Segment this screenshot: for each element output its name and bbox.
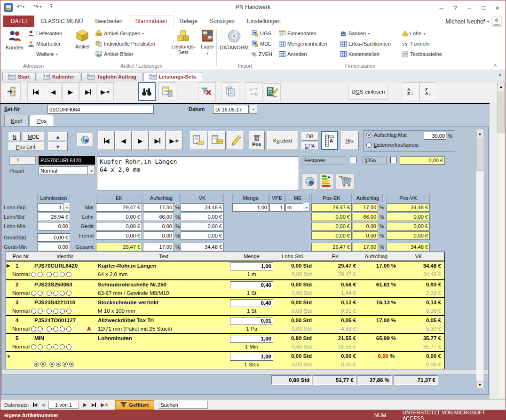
kostenstellen-button[interactable]: Kostenstellen: [340, 49, 399, 59]
ribbon-collapse-button[interactable]: ∧: [494, 63, 497, 68]
doc-tab-start[interactable]: Start: [2, 72, 36, 81]
weitere-button[interactable]: Weitere▾: [28, 49, 65, 59]
posart-radio[interactable]: [47, 309, 52, 314]
filtered-button[interactable]: Gefiltert: [115, 400, 154, 410]
textbausteine-button[interactable]: Textbausteine: [402, 49, 449, 59]
mitarbeiter-button[interactable]: Mitarbeiter: [28, 39, 65, 48]
vk-mat-field[interactable]: 34,48 €: [181, 203, 224, 212]
doc-tab-leistungs-sets[interactable]: Leistungs-Sets: [143, 72, 202, 81]
record-previous-button[interactable]: ◀: [41, 402, 45, 407]
posart-radio[interactable]: [38, 291, 43, 296]
pos-last-button[interactable]: ▶: [149, 131, 166, 150]
tab-classic-menu[interactable]: CLASSIC MENÜ: [34, 16, 89, 27]
posart-radio[interactable]: [56, 362, 61, 367]
posart-radio[interactable]: [31, 326, 36, 332]
listenverkaufspreis-radio[interactable]: Listenverkaufspreis: [366, 142, 419, 148]
doc-tab-taglohn-auftrag[interactable]: Taglohn Auftrag: [81, 72, 142, 81]
lohn-button[interactable]: Lohn▾: [402, 29, 449, 38]
posart-radio[interactable]: [47, 291, 52, 296]
panel-scrollbar[interactable]: ▲ ▼: [476, 129, 484, 389]
new-record-button[interactable]: ▶∗: [97, 82, 114, 101]
set-nr-input[interactable]: [47, 105, 154, 114]
db-button[interactable]: DB: [301, 132, 318, 141]
edit-pos-button[interactable]: [227, 131, 244, 150]
vk-lohn-field[interactable]: 0,00 €: [181, 213, 224, 221]
datasheet-view-button[interactable]: [158, 82, 176, 101]
aufschlag-geraet-field[interactable]: 0,00: [143, 222, 174, 230]
record-first-button[interactable]: ◀: [33, 402, 38, 407]
record-new-button[interactable]: ▶∗: [101, 402, 109, 408]
table-row[interactable]: 2 Normal PJS23S250063 Schraubrohrschelle…: [6, 279, 444, 297]
tab-belege[interactable]: Belege: [174, 16, 204, 27]
posart-radio[interactable]: [60, 291, 65, 296]
search-button[interactable]: [138, 82, 156, 101]
tab-datei[interactable]: DATEI: [3, 16, 34, 27]
previous-record-button[interactable]: ◀: [45, 82, 62, 101]
table-new-row[interactable]: ∗ 1,00 1 Stck 0,00 Std 0,00 Std 0,00 € 0…: [6, 351, 444, 369]
individuelle-preislisten-button[interactable]: Individuelle Preislisten: [95, 39, 170, 48]
mengeneinheiten-button[interactable]: Mengeneinheiten: [279, 39, 336, 48]
posart-radio[interactable]: [47, 326, 52, 332]
lohn-min-field[interactable]: 0,00: [37, 222, 70, 230]
kunden-button[interactable]: Kunden: [2, 28, 27, 62]
tab-stammdaten[interactable]: Stammdaten: [129, 16, 174, 27]
ek-fremd-field[interactable]: 0,00 €: [96, 231, 142, 240]
next-record-button[interactable]: ▶: [62, 82, 79, 101]
aufschlag-fremd-field[interactable]: 0,00: [143, 231, 174, 240]
posart-radio[interactable]: [66, 291, 71, 296]
delete-pos-button[interactable]: Pos: [249, 131, 265, 150]
ugs-import-button[interactable]: UGS: [252, 29, 272, 38]
pos-previous-button[interactable]: ◀: [115, 131, 132, 150]
vk-geraet-field[interactable]: 0,00 €: [181, 222, 224, 230]
calc-position-button[interactable]: Pos: [264, 83, 281, 101]
first-record-button[interactable]: ◀: [27, 82, 44, 101]
me-field[interactable]: m: [285, 203, 303, 212]
last-record-button[interactable]: ▶: [79, 82, 96, 101]
epa-button[interactable]: EPA: [301, 142, 318, 150]
artikel-bilder-button[interactable]: Artikel-Bilder: [95, 49, 170, 59]
minimize-button[interactable]: –: [462, 1, 476, 14]
user-account[interactable]: Michael Neuhof▾: [446, 16, 502, 27]
lager-button[interactable]: Lager▾: [199, 28, 216, 62]
artikel-gruppen-button[interactable]: Artikel-Gruppen▾: [95, 29, 170, 38]
geraet-min-field[interactable]: 0,00: [37, 243, 70, 251]
posart-radio[interactable]: [53, 291, 58, 296]
posart-radio[interactable]: [69, 362, 74, 367]
leistungs-sets-button[interactable]: Leistungs-Sets: [169, 28, 198, 62]
erloes-sachkonten-button[interactable]: Erlös-/Sachkonten: [340, 39, 399, 48]
posart-radio[interactable]: [31, 272, 36, 277]
posart-radio[interactable]: [60, 326, 65, 332]
vpe-field[interactable]: 1: [269, 203, 285, 212]
table-row[interactable]: 4 Normal PJS24TO001127 A Allzweckdübel T…: [6, 315, 444, 333]
menge-input[interactable]: 1,00: [230, 262, 273, 270]
firmendaten-button[interactable]: Firmendaten: [279, 29, 336, 38]
tab-pos[interactable]: Pos: [30, 115, 54, 126]
posart-radio[interactable]: [66, 344, 71, 349]
remove-filter-button[interactable]: [198, 82, 216, 101]
datum-dropdown-button[interactable]: ▾: [250, 105, 257, 114]
ek-lohn-field[interactable]: 0,00 €: [96, 213, 142, 221]
tab-bearbeiten[interactable]: Bearbeiten: [89, 16, 128, 27]
copy-button[interactable]: [221, 82, 239, 101]
posart-radio[interactable]: [60, 309, 65, 314]
move-up-button[interactable]: ▲: [48, 132, 68, 141]
posart-radio[interactable]: [66, 326, 71, 332]
identnr-field[interactable]: PJS70CURL6420: [39, 156, 95, 165]
record-position-box[interactable]: 1 von 1: [48, 401, 79, 409]
energy-label-button[interactable]: A: [320, 174, 334, 190]
par35a-checkbox[interactable]: [390, 157, 397, 163]
banken-button[interactable]: Banken▾: [340, 29, 399, 38]
posart-radio[interactable]: [53, 344, 58, 349]
pos-first-button[interactable]: ◀: [98, 131, 115, 150]
pos-text-area[interactable]: Kupfer-Rohr,in Längen 64 x 2,0 mm: [97, 156, 299, 191]
tab-einstellungen[interactable]: Einstellungen: [241, 16, 287, 27]
artikel-button[interactable]: Artikel: [71, 28, 94, 62]
ek-mat-field[interactable]: 29,47 €: [96, 203, 142, 212]
posart-radio[interactable]: [53, 326, 58, 332]
posart-radio[interactable]: [38, 309, 43, 314]
search-input[interactable]: [159, 401, 208, 409]
scrollbar-thumb[interactable]: [498, 91, 505, 133]
posart-radio[interactable]: [53, 309, 58, 314]
record-last-button[interactable]: ▶: [92, 402, 96, 407]
posart-radio[interactable]: [49, 362, 55, 367]
